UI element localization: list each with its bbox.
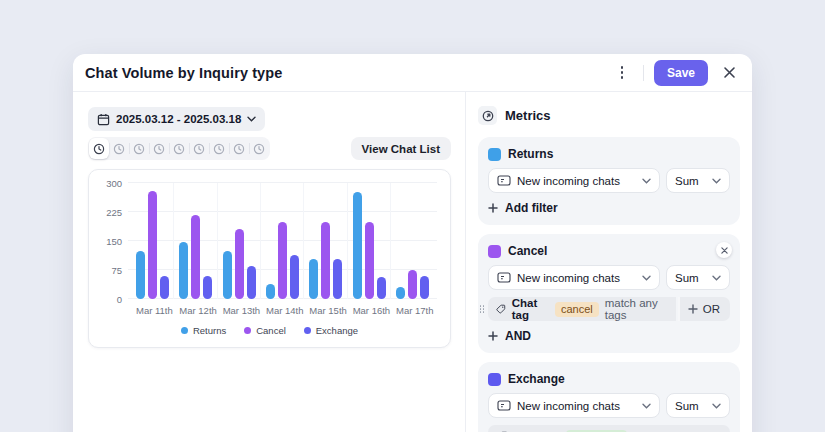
add-filter-button[interactable]: Add filter [488, 201, 558, 215]
chart-bar-cancel [278, 222, 287, 299]
bar-chart: 075150225300 [128, 183, 437, 299]
close-button[interactable] [718, 62, 740, 84]
chart-legend: ReturnsCancelExchange [102, 325, 437, 336]
bar-group [309, 183, 342, 299]
time-preset-button[interactable] [229, 138, 249, 159]
chevron-down-icon [712, 178, 721, 184]
clock-icon [193, 143, 205, 155]
chat-tag-filter[interactable]: Chat tag Exchange match any tags [488, 425, 730, 432]
add-or-condition-button[interactable]: OR [678, 297, 730, 321]
date-range-picker[interactable]: 2025.03.12 - 2025.03.18 [88, 107, 265, 131]
clock-icon [133, 143, 145, 155]
metric-name: Cancel [508, 244, 547, 258]
bar-group [396, 183, 429, 299]
tag-value-pill[interactable]: cancel [555, 302, 599, 317]
time-preset-button[interactable] [109, 138, 129, 159]
y-axis-tick: 75 [111, 265, 122, 276]
chart-bar-returns [223, 251, 232, 299]
incoming-chat-icon [497, 400, 511, 411]
y-axis-tick: 0 [117, 294, 122, 305]
y-axis-tick: 300 [106, 178, 122, 189]
x-axis-tick: Mar 12th [179, 305, 212, 316]
legend-item: Cancel [244, 325, 286, 336]
chart-bar-exchange [420, 276, 429, 299]
metric-name: Returns [508, 147, 553, 161]
legend-dot [181, 327, 188, 334]
clock-icon [93, 143, 105, 155]
metrics-panel: Metrics Returns New incoming chats Sum [465, 92, 752, 432]
more-options-button[interactable] [611, 62, 633, 84]
clock-icon [173, 143, 185, 155]
metrics-header: Metrics [505, 108, 551, 123]
bar-group [179, 183, 212, 299]
chart-bar-returns [353, 192, 362, 299]
chevron-down-icon [642, 275, 651, 281]
x-axis-tick: Mar 14th [266, 305, 299, 316]
bar-group [353, 183, 386, 299]
view-chat-list-button[interactable]: View Chat List [351, 137, 451, 160]
incoming-chat-icon [497, 272, 511, 283]
clock-icon [153, 143, 165, 155]
aggregation-select[interactable]: Sum [666, 168, 730, 193]
aggregation-value: Sum [675, 175, 699, 187]
time-preset-button[interactable] [129, 138, 149, 159]
metric-card-returns: Returns New incoming chats Sum Add f [478, 137, 740, 225]
clock-icon [113, 143, 125, 155]
x-axis-labels: Mar 11thMar 12thMar 13thMar 14thMar 15th… [128, 305, 437, 316]
calendar-icon [97, 113, 110, 126]
aggregation-select[interactable]: Sum [666, 393, 730, 418]
bar-group [266, 183, 299, 299]
chart-bar-exchange [203, 276, 212, 299]
time-preset-button[interactable] [149, 138, 169, 159]
drag-handle[interactable] [479, 305, 485, 314]
metric-select-value: New incoming chats [517, 272, 620, 284]
time-preset-button[interactable] [89, 138, 109, 159]
chart-bar-cancel [191, 215, 200, 299]
chevron-down-icon [712, 403, 721, 409]
chart-bar-cancel [408, 270, 417, 299]
filter-condition: match any tags [605, 297, 668, 321]
metrics-icon [478, 106, 497, 125]
metric-select[interactable]: New incoming chats [488, 265, 660, 290]
chart-bar-returns [396, 287, 405, 299]
metric-select-value: New incoming chats [517, 175, 620, 187]
clock-icon [233, 143, 245, 155]
chart-bar-exchange [247, 266, 256, 299]
save-button[interactable]: Save [654, 60, 708, 86]
time-preset-button[interactable] [249, 138, 269, 159]
x-axis-tick: Mar 16th [353, 305, 386, 316]
chevron-down-icon [642, 178, 651, 184]
time-preset-button[interactable] [189, 138, 209, 159]
chart-bar-cancel [235, 229, 244, 299]
legend-item: Returns [181, 325, 226, 336]
chat-tag-filter[interactable]: Chat tag cancel match any tags [488, 297, 676, 321]
aggregation-select[interactable]: Sum [666, 265, 730, 290]
metric-card-cancel: Cancel New incoming chats Sum [478, 234, 740, 353]
legend-item: Exchange [304, 325, 358, 336]
close-icon [723, 66, 736, 79]
metric-select[interactable]: New incoming chats [488, 168, 660, 193]
series-color-swatch [488, 373, 501, 386]
legend-dot [244, 327, 251, 334]
chart-settings-modal: Chat Volume by Inquiry type Save 2025.03… [73, 54, 752, 432]
remove-metric-button[interactable] [716, 242, 732, 258]
x-axis-tick: Mar 17th [396, 305, 429, 316]
time-preset-button[interactable] [169, 138, 189, 159]
add-and-condition-button[interactable]: AND [488, 329, 531, 343]
header-divider [643, 65, 644, 81]
aggregation-value: Sum [675, 400, 699, 412]
chart-bar-cancel [365, 222, 374, 299]
chevron-down-icon [642, 403, 651, 409]
bar-group [136, 183, 169, 299]
metric-select[interactable]: New incoming chats [488, 393, 660, 418]
time-preset-button[interactable] [209, 138, 229, 159]
close-icon [721, 247, 728, 254]
chart-bar-cancel [321, 222, 330, 299]
chart-bar-exchange [290, 255, 299, 299]
incoming-chat-icon [497, 175, 511, 186]
metric-name: Exchange [508, 372, 565, 386]
chart-bar-returns [309, 259, 318, 299]
filter-label: Chat tag [512, 297, 549, 321]
metric-card-exchange: Exchange New incoming chats Sum [478, 362, 740, 432]
y-axis-tick: 150 [106, 236, 122, 247]
